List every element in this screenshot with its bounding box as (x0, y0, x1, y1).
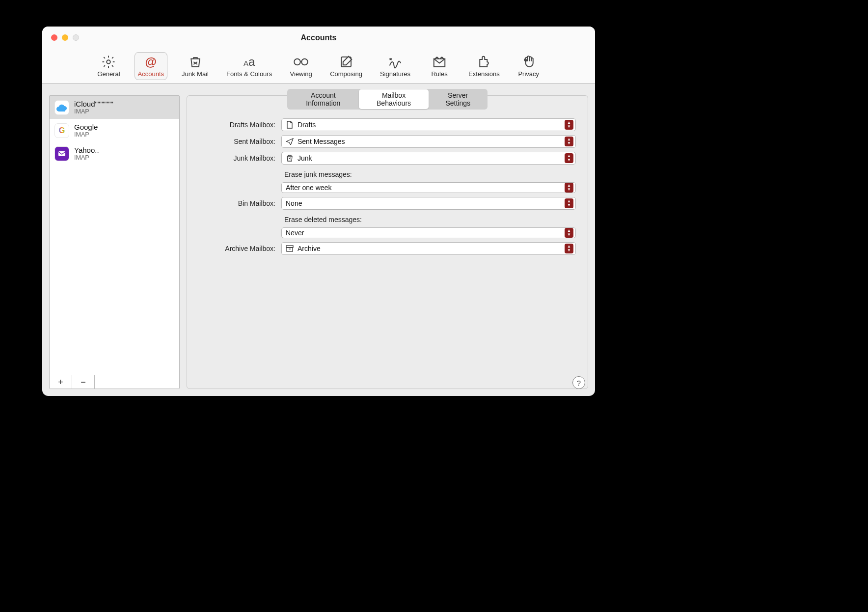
label-drafts: Drafts Mailbox: (199, 121, 275, 129)
chevron-up-down-icon (565, 137, 573, 146)
label-erase-deleted: Erase deleted messages: (281, 214, 576, 223)
toolbar-label: Signatures (380, 70, 410, 78)
label-archive: Archive Mailbox: (199, 245, 275, 252)
chevron-up-down-icon (565, 153, 573, 163)
chevron-up-down-icon (565, 120, 573, 130)
toolbar-label: Rules (431, 70, 447, 78)
rules-icon (432, 55, 447, 69)
chevron-up-down-icon (565, 244, 573, 253)
svg-point-2 (301, 59, 308, 65)
chevron-up-down-icon (565, 183, 573, 193)
popup-value: Junk (298, 154, 561, 162)
toolbar-label: Fonts & Colours (226, 70, 272, 78)
account-subtitle: IMAP (74, 131, 98, 138)
hand-icon (521, 55, 536, 69)
account-name: Google (74, 123, 98, 131)
label-erase-junk: Erase junk messages: (281, 168, 576, 178)
toolbar-composing[interactable]: Composing (326, 52, 366, 80)
add-account-button[interactable]: + (50, 375, 72, 389)
toolbar-extensions[interactable]: Extensions (465, 52, 503, 80)
prefs-toolbar: General @ Accounts Junk Mail Aa Fonts & … (42, 52, 595, 80)
account-subtitle: IMAP (74, 154, 99, 161)
puzzle-icon (477, 55, 491, 69)
label-sent: Sent Mailbox: (199, 138, 275, 145)
popup-sent-mailbox[interactable]: Sent Messages (281, 135, 576, 148)
toolbar-accounts[interactable]: @ Accounts (135, 52, 167, 80)
help-button[interactable]: ? (572, 376, 585, 389)
icloud-icon (54, 100, 69, 115)
toolbar-label: Accounts (138, 70, 164, 78)
sidebar-footer: + − (50, 375, 179, 389)
svg-rect-7 (287, 248, 293, 251)
detail-pane: Account Information Mailbox Behaviours S… (187, 95, 588, 389)
label-bin: Bin Mailbox: (199, 199, 275, 207)
popup-value: Archive (298, 245, 561, 252)
popup-archive-mailbox[interactable]: Archive (281, 242, 576, 255)
account-name: Yahoo.. (74, 146, 99, 154)
account-row-yahoo[interactable]: Yahoo.. IMAP (50, 142, 179, 165)
toolbar-label: General (97, 70, 120, 78)
remove-account-button[interactable]: − (72, 375, 95, 389)
account-row-google[interactable]: G Google IMAP (50, 119, 179, 142)
compose-icon (339, 55, 353, 69)
glasses-icon (294, 55, 308, 69)
window-title: Accounts (42, 33, 595, 42)
chevron-up-down-icon (565, 228, 573, 238)
row-sent: Sent Mailbox: Sent Messages (199, 135, 576, 148)
svg-point-0 (107, 60, 111, 64)
content-area: iCloud""""""" IMAP G Google IMAP (42, 83, 595, 396)
toolbar-rules[interactable]: Rules (425, 52, 454, 80)
signature-icon (388, 55, 403, 69)
popup-junk-mailbox[interactable]: Junk (281, 152, 576, 165)
popup-drafts-mailbox[interactable]: Drafts (281, 118, 576, 131)
popup-value: After one week (286, 184, 561, 192)
toolbar-label: Junk Mail (182, 70, 209, 78)
accounts-list: iCloud""""""" IMAP G Google IMAP (50, 96, 179, 375)
document-icon (286, 121, 294, 129)
fonts-icon: Aa (244, 55, 255, 69)
popup-value: Sent Messages (298, 138, 561, 145)
junk-icon (188, 55, 203, 69)
archive-icon (286, 245, 294, 252)
row-bin: Bin Mailbox: None (199, 197, 576, 210)
toolbar-signatures[interactable]: Signatures (377, 52, 414, 80)
svg-point-1 (294, 59, 300, 65)
toolbar-label: Composing (330, 70, 362, 78)
popup-value: None (286, 199, 561, 207)
titlebar: Accounts General @ Accounts Junk Mail Aa… (42, 27, 595, 83)
toolbar-label: Privacy (518, 70, 539, 78)
row-junk: Junk Mailbox: Junk (199, 152, 576, 165)
row-drafts: Drafts Mailbox: Drafts (199, 118, 576, 131)
tab-mailbox-behaviours[interactable]: Mailbox Behaviours (359, 89, 429, 109)
junk-icon (286, 155, 294, 162)
preferences-window: Accounts General @ Accounts Junk Mail Aa… (42, 27, 595, 396)
toolbar-viewing[interactable]: Viewing (286, 52, 316, 80)
toolbar-label: Viewing (290, 70, 312, 78)
help-label: ? (577, 379, 581, 387)
account-row-icloud[interactable]: iCloud""""""" IMAP (50, 96, 179, 119)
paperplane-icon (286, 138, 294, 145)
toolbar-label: Extensions (468, 70, 500, 78)
chevron-up-down-icon (565, 198, 573, 208)
label-junk: Junk Mailbox: (199, 154, 275, 162)
gear-icon (101, 55, 116, 69)
account-text: iCloud""""""" IMAP (74, 100, 113, 115)
popup-erase-junk[interactable]: After one week (281, 182, 576, 193)
account-name: iCloud""""""" (74, 100, 113, 108)
toolbar-fonts[interactable]: Aa Fonts & Colours (223, 52, 275, 80)
mailbox-behaviours-form: Drafts Mailbox: Drafts Sent Mailbox: (199, 118, 576, 255)
toolbar-privacy[interactable]: Privacy (514, 52, 543, 80)
popup-value: Drafts (298, 121, 561, 129)
svg-rect-5 (58, 151, 65, 156)
accounts-sidebar: iCloud""""""" IMAP G Google IMAP (49, 95, 180, 389)
detail-tabs: Account Information Mailbox Behaviours S… (287, 89, 488, 110)
toolbar-general[interactable]: General (94, 52, 123, 80)
tab-account-information[interactable]: Account Information (288, 89, 359, 109)
popup-bin-mailbox[interactable]: None (281, 197, 576, 210)
at-icon: @ (145, 55, 157, 69)
tab-server-settings[interactable]: Server Settings (429, 89, 487, 109)
popup-erase-deleted[interactable]: Never (281, 227, 576, 238)
popup-value: Never (286, 229, 561, 237)
toolbar-junkmail[interactable]: Junk Mail (178, 52, 212, 80)
google-icon: G (54, 123, 69, 138)
